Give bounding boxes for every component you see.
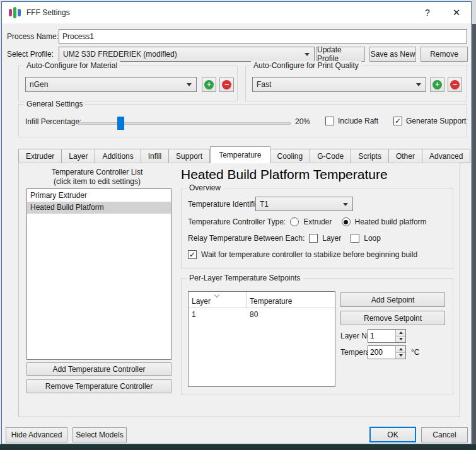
setpoints-table-header: Layer Temperature — [189, 292, 335, 308]
extruder-radio[interactable] — [290, 217, 299, 226]
layer-column-label: Layer — [192, 297, 211, 306]
background-window-edge — [472, 0, 476, 444]
panel-heading: Heated Build Platform Temperature — [181, 167, 388, 182]
chevron-down-icon — [416, 83, 421, 86]
include-raft-checkbox[interactable] — [325, 117, 334, 125]
tab-gcode[interactable]: G-Code — [310, 149, 351, 163]
quality-dropdown-value: Fast — [257, 80, 271, 89]
setpoint-temperature-spinner[interactable] — [368, 345, 406, 359]
tab-advanced[interactable]: Advanced — [422, 149, 470, 163]
ok-button[interactable]: OK — [369, 427, 416, 442]
close-button[interactable]: ✕ — [446, 2, 467, 23]
temperature-unit-label: °C — [411, 348, 419, 357]
minus-circle-icon: − — [450, 80, 460, 89]
layer-number-input[interactable] — [368, 330, 395, 342]
add-quality-button[interactable]: + — [430, 78, 444, 92]
spin-up-button[interactable] — [396, 330, 405, 336]
material-group-title: Auto-Configure for Material — [24, 61, 120, 70]
controller-list-caption-line1: Temperature Controller List — [19, 168, 175, 177]
general-settings-group: General Settings Infill Percentage: 20% … — [18, 104, 467, 137]
overview-group: Overview Temperature Identifier T1 Tempe… — [181, 188, 453, 269]
controller-list-caption: Temperature Controller List (click item … — [19, 168, 175, 187]
heated-build-platform-radio[interactable] — [342, 217, 351, 226]
overview-group-title: Overview — [187, 183, 223, 192]
arrow-up-icon — [399, 348, 403, 350]
heated-build-platform-radio-label[interactable]: Heated build platform — [355, 217, 427, 226]
add-setpoint-button[interactable]: Add Setpoint — [340, 292, 445, 307]
layer-number-spinner[interactable] — [368, 329, 406, 343]
setpoints-group: Per-Layer Temperature Setpoints Layer Te… — [181, 278, 453, 395]
temperature-identifier-label: Temperature Identifier — [188, 200, 262, 209]
tab-additions[interactable]: Additions — [95, 149, 141, 163]
cancel-button[interactable]: Cancel — [421, 427, 468, 442]
list-item-primary-extruder[interactable]: Primary Extruder — [27, 190, 171, 202]
remove-material-button[interactable]: − — [219, 78, 234, 92]
chevron-down-icon — [305, 53, 310, 56]
material-dropdown-value: nGen — [30, 80, 48, 89]
temperature-identifier-dropdown[interactable]: T1 — [255, 197, 353, 211]
material-dropdown[interactable]: nGen — [25, 77, 197, 92]
desktop-background-strip — [0, 444, 476, 450]
slider-handle[interactable] — [117, 117, 124, 130]
arrow-up-icon — [399, 332, 403, 334]
spin-down-button[interactable] — [396, 336, 405, 343]
setpoint-layer-cell: 1 — [189, 310, 247, 319]
generate-support-checkbox[interactable]: ✓ — [393, 117, 402, 125]
tab-infill[interactable]: Infill — [141, 149, 169, 163]
remove-setpoint-button[interactable]: Remove Setpoint — [340, 311, 445, 325]
wait-stabilize-checkbox[interactable]: ✓ — [188, 250, 197, 259]
setpoints-table[interactable]: Layer Temperature 1 80 — [188, 291, 335, 387]
temperature-controller-list[interactable]: Primary Extruder Heated Build Platform — [26, 188, 171, 360]
spin-up-button[interactable] — [396, 346, 405, 352]
arrow-down-icon — [399, 338, 403, 340]
tab-layer[interactable]: Layer — [62, 149, 95, 163]
relay-layer-checkbox[interactable] — [309, 234, 318, 243]
controller-list-caption-line2: (click item to edit settings) — [19, 177, 175, 187]
setpoint-temperature-cell: 80 — [247, 310, 261, 319]
remove-profile-button[interactable]: Remove — [421, 47, 468, 62]
tab-cooling[interactable]: Cooling — [270, 149, 311, 163]
add-temperature-controller-button[interactable]: Add Temperature Controller — [26, 362, 171, 376]
infill-percentage-label: Infill Percentage: — [25, 117, 81, 126]
tab-extruder[interactable]: Extruder — [18, 149, 62, 163]
setpoint-table-row[interactable]: 1 80 — [189, 308, 335, 321]
setpoints-group-title: Per-Layer Temperature Setpoints — [187, 274, 303, 282]
auto-configure-quality-group: Auto-Configure for Print Quality Fast + … — [245, 66, 467, 101]
update-profile-button[interactable]: Update Profile — [316, 47, 365, 62]
hide-advanced-button[interactable]: Hide Advanced — [6, 427, 67, 442]
remove-temperature-controller-button[interactable]: Remove Temperature Controller — [26, 379, 171, 393]
sort-descending-icon — [215, 293, 219, 297]
auto-configure-material-group: Auto-Configure for Material nGen + − — [18, 66, 238, 101]
profile-dropdown[interactable]: UM2 S3D FREDERIEK (modified) — [59, 47, 315, 62]
wait-stabilize-label[interactable]: Wait for temperature controller to stabi… — [201, 250, 417, 259]
remove-quality-button[interactable]: − — [448, 78, 462, 92]
list-item-heated-build-platform[interactable]: Heated Build Platform — [27, 202, 171, 214]
relay-loop-checkbox[interactable] — [351, 234, 359, 243]
process-name-label: Process Name: — [7, 32, 59, 41]
column-header-layer[interactable]: Layer — [189, 292, 247, 308]
chevron-down-icon — [343, 203, 348, 206]
add-material-button[interactable]: + — [202, 78, 216, 92]
infill-percentage-value: 20% — [295, 117, 310, 126]
minus-circle-icon: − — [222, 80, 231, 89]
tab-temperature[interactable]: Temperature — [210, 146, 270, 163]
help-button[interactable]: ? — [417, 2, 438, 23]
relay-loop-label[interactable]: Loop — [364, 234, 381, 243]
controller-type-label: Temperature Controller Type: — [188, 217, 286, 226]
extruder-radio-label[interactable]: Extruder — [303, 217, 332, 226]
process-name-input[interactable] — [59, 29, 467, 43]
column-header-temperature[interactable]: Temperature — [247, 292, 295, 308]
slider-track[interactable] — [78, 122, 291, 125]
spin-down-button[interactable] — [396, 352, 405, 359]
infill-percentage-slider[interactable] — [78, 117, 291, 130]
select-models-button[interactable]: Select Models — [73, 427, 127, 442]
tab-other[interactable]: Other — [389, 149, 422, 163]
quality-dropdown[interactable]: Fast — [252, 77, 426, 92]
relay-temperature-label: Relay Temperature Between Each: — [188, 234, 305, 243]
tab-scripts[interactable]: Scripts — [351, 149, 389, 163]
setpoint-temperature-input[interactable] — [368, 346, 395, 359]
relay-layer-label[interactable]: Layer — [322, 234, 341, 243]
save-as-new-button[interactable]: Save as New — [369, 47, 416, 62]
temperature-identifier-value: T1 — [260, 200, 269, 209]
tab-support[interactable]: Support — [169, 149, 210, 163]
